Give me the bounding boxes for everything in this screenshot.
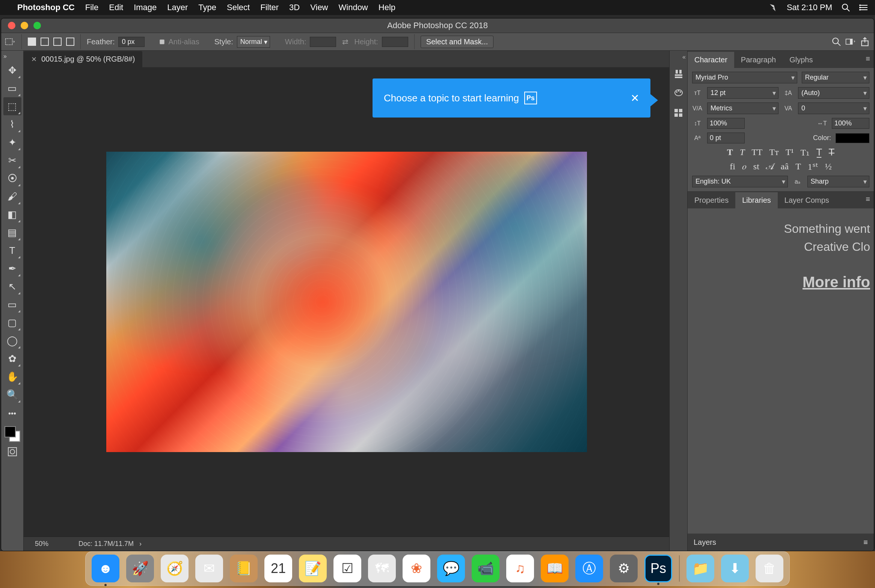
window-close-button[interactable]	[8, 22, 15, 29]
tab-properties[interactable]: Properties	[688, 192, 735, 208]
text-color-swatch[interactable]	[836, 133, 869, 143]
type-style-button-4[interactable]: T¹	[786, 147, 794, 158]
clock[interactable]: Sat 2:10 PM	[787, 3, 832, 12]
menu-type[interactable]: Type	[198, 3, 216, 12]
opentype-button-5[interactable]: T	[795, 161, 801, 172]
expand-tools-icon[interactable]: »	[1, 52, 9, 60]
tab-layer-comps[interactable]: Layer Comps	[778, 192, 836, 208]
dock-downloads-folder[interactable]: ⬇	[721, 555, 749, 582]
tool-brush[interactable]: 🖌	[3, 187, 21, 205]
baseline-shift-input[interactable]	[707, 133, 745, 143]
swatches-panel-icon[interactable]	[673, 107, 685, 119]
opentype-button-1[interactable]: 𝑜	[742, 161, 747, 172]
layers-panel-header[interactable]: Layers ≡	[688, 534, 874, 551]
tab-paragraph[interactable]: Paragraph	[734, 52, 783, 68]
tool-rounded-rect[interactable]: ▢	[3, 314, 21, 332]
type-style-button-3[interactable]: Tт	[769, 147, 779, 158]
opentype-button-6[interactable]: 1ˢᵗ	[808, 161, 818, 172]
dock-app-facetime[interactable]: 📹	[472, 555, 499, 582]
tool-gradient[interactable]: ▤	[3, 223, 21, 241]
menu-layer[interactable]: Layer	[167, 3, 188, 12]
dock-app-notes[interactable]: 📝	[299, 555, 327, 582]
canvas-viewport[interactable]: Choose a topic to start learning Ps ✕	[24, 67, 669, 537]
tool-artboard[interactable]: ▭	[3, 79, 21, 97]
quick-mask-icon[interactable]	[3, 443, 21, 461]
dock-app-preferences[interactable]: ⚙	[610, 555, 638, 582]
script-menu-icon[interactable]	[769, 3, 778, 12]
dock-app-photos[interactable]: ❀	[403, 555, 430, 582]
tracking-select[interactable]: 0	[798, 103, 869, 114]
dock-app-reminders[interactable]: ☑	[333, 555, 361, 582]
dock-app-maps[interactable]: 🗺	[368, 555, 396, 582]
tab-libraries[interactable]: Libraries	[735, 192, 778, 208]
type-style-button-7[interactable]: T̶	[829, 147, 834, 158]
opentype-button-2[interactable]: st	[753, 161, 759, 172]
app-name[interactable]: Photoshop CC	[17, 3, 75, 12]
dock-app-photoshop[interactable]: Ps	[644, 555, 672, 582]
leading-select[interactable]: (Auto)	[798, 87, 869, 99]
antialiasing-select[interactable]: Sharp	[807, 176, 870, 187]
font-family-select[interactable]: Myriad Pro	[692, 72, 797, 83]
share-icon[interactable]	[860, 36, 870, 47]
doc-info[interactable]: Doc: 11.7M/11.7M ›	[78, 540, 142, 548]
add-selection-icon[interactable]	[41, 38, 49, 46]
type-style-button-1[interactable]: T	[740, 147, 745, 158]
dock-app-contacts[interactable]: 📒	[230, 555, 258, 582]
menu-3d[interactable]: 3D	[289, 3, 300, 12]
menu-help[interactable]: Help	[379, 3, 395, 12]
panel-menu-icon[interactable]: ≡	[866, 54, 870, 63]
type-style-button-0[interactable]: T	[727, 147, 733, 158]
menu-view[interactable]: View	[310, 3, 328, 12]
dock-app-appstore[interactable]: Ⓐ	[575, 555, 603, 582]
menu-select[interactable]: Select	[227, 3, 250, 12]
tool-path-select[interactable]: ↖	[3, 277, 21, 296]
menu-edit[interactable]: Edit	[109, 3, 123, 12]
tool-zoom[interactable]: 🔍	[3, 386, 21, 404]
kerning-select[interactable]: Metrics	[707, 103, 778, 114]
panel-menu-icon[interactable]: ≡	[863, 538, 868, 547]
dock-app-calendar[interactable]: 21	[264, 555, 292, 582]
panel-menu-icon[interactable]: ≡	[866, 195, 870, 204]
opentype-button-3[interactable]: 𝒜	[766, 161, 774, 172]
type-style-button-5[interactable]: T₁	[801, 147, 810, 158]
intersect-selection-icon[interactable]	[66, 38, 74, 46]
notification-center-icon[interactable]	[859, 3, 868, 12]
document-tab[interactable]: ✕ 00015.jpg @ 50% (RGB/8#)	[24, 51, 142, 67]
tab-character[interactable]: Character	[688, 52, 734, 68]
feather-input[interactable]	[118, 37, 145, 47]
tool-pen[interactable]: ✒	[3, 259, 21, 277]
subtract-selection-icon[interactable]	[53, 38, 62, 46]
foreground-background-swatch[interactable]	[5, 426, 20, 442]
tool-move[interactable]: ✥	[3, 61, 21, 79]
dock-app-messages[interactable]: 💬	[437, 555, 465, 582]
tool-eyedropper[interactable]: ⦿	[3, 169, 21, 187]
tool-hand[interactable]: ✋	[3, 368, 21, 386]
collapse-strip-icon[interactable]: «	[682, 54, 687, 60]
edit-toolbar-icon[interactable]: •••	[3, 404, 21, 422]
menu-window[interactable]: Window	[339, 3, 368, 12]
tool-custom-shape[interactable]: ✿	[3, 350, 21, 368]
font-style-select[interactable]: Regular	[802, 72, 870, 83]
tool-preset-picker[interactable]	[5, 36, 15, 47]
tool-quick-select[interactable]: ✦	[3, 133, 21, 151]
search-icon[interactable]	[831, 36, 842, 47]
tool-rectangle[interactable]: ▭	[3, 296, 21, 314]
dock-app-ibooks[interactable]: 📖	[541, 555, 569, 582]
zoom-level[interactable]: 50%	[35, 540, 48, 548]
window-minimize-button[interactable]	[21, 22, 28, 29]
vert-scale-input[interactable]	[707, 118, 745, 129]
dock-applications-folder[interactable]: 📁	[686, 555, 714, 582]
font-size-select[interactable]: 12 pt	[707, 87, 778, 99]
opentype-button-0[interactable]: fi	[730, 161, 735, 172]
window-zoom-button[interactable]	[33, 22, 41, 29]
spotlight-icon[interactable]	[841, 3, 850, 12]
dock-app-launchpad[interactable]: 🚀	[126, 555, 154, 582]
opentype-button-4[interactable]: aâ	[781, 161, 789, 172]
dock-app-mail[interactable]: ✉	[195, 555, 223, 582]
tool-type[interactable]: T	[3, 241, 21, 259]
type-style-button-6[interactable]: T̲	[816, 147, 822, 158]
style-select[interactable]: Normal ▾	[237, 36, 270, 48]
menu-file[interactable]: File	[85, 3, 98, 12]
color-panel-icon[interactable]	[673, 87, 685, 100]
tool-ellipse[interactable]: ◯	[3, 332, 21, 350]
